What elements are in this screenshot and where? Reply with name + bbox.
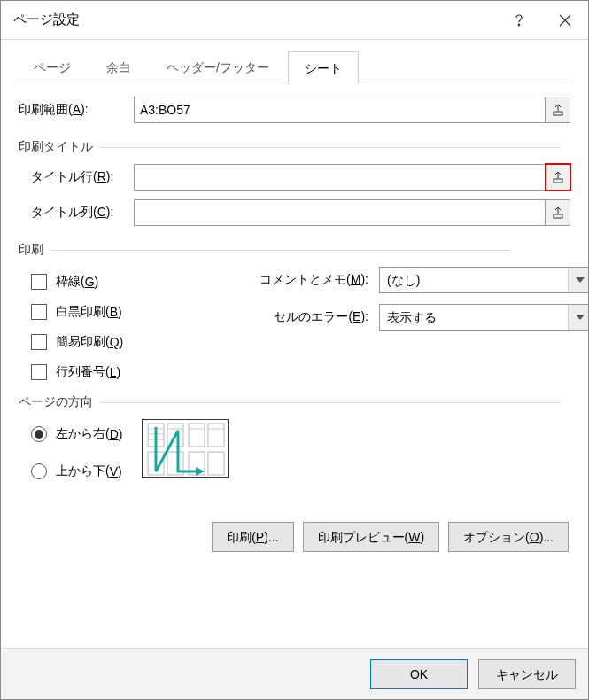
close-button[interactable] bbox=[542, 1, 588, 40]
page-order-preview-icon bbox=[142, 419, 229, 478]
svg-rect-7 bbox=[208, 424, 224, 447]
errors-select[interactable]: 表示する bbox=[379, 304, 589, 331]
svg-rect-3 bbox=[554, 214, 562, 218]
cancel-button[interactable]: キャンセル bbox=[478, 659, 576, 689]
options-button[interactable]: オプション(O)... bbox=[448, 522, 569, 552]
collapse-icon bbox=[553, 104, 563, 116]
title-rows-range-button[interactable] bbox=[546, 164, 570, 191]
panel-sheet: 印刷範囲(A): 印刷タイトル タイトル行(R): タイトル列(C): 印刷 枠 bbox=[17, 82, 572, 648]
actions: 印刷(P)... 印刷プレビュー(W) オプション(O)... bbox=[19, 522, 570, 552]
chevron-down-icon bbox=[568, 305, 589, 330]
tab-page[interactable]: ページ bbox=[17, 51, 88, 82]
print-area-row: 印刷範囲(A): bbox=[19, 97, 570, 123]
title-rows-input[interactable] bbox=[134, 164, 546, 191]
errors-label: セルのエラー(E): bbox=[242, 309, 379, 325]
title-rows-row: タイトル行(R): bbox=[19, 164, 570, 191]
close-icon bbox=[559, 14, 571, 27]
svg-rect-2 bbox=[554, 179, 562, 183]
ttb-radio[interactable]: 上から下(V) bbox=[31, 456, 122, 486]
title-cols-range-button[interactable] bbox=[546, 199, 570, 226]
tab-sheet[interactable]: シート bbox=[288, 51, 359, 83]
comments-label: コメントとメモ(M): bbox=[242, 272, 379, 288]
content: ページ 余白 ヘッダー/フッター シート 印刷範囲(A): 印刷タイトル タイト… bbox=[1, 40, 588, 648]
rowcol-check[interactable]: 行列番号(L) bbox=[31, 357, 570, 387]
checkbox-icon bbox=[31, 304, 47, 320]
preview-button[interactable]: 印刷プレビュー(W) bbox=[303, 522, 440, 552]
footer: OK キャンセル bbox=[1, 648, 588, 699]
tab-header-footer[interactable]: ヘッダー/フッター bbox=[150, 51, 286, 82]
svg-rect-1 bbox=[554, 112, 562, 115]
title-cols-row: タイトル列(C): bbox=[19, 199, 570, 226]
svg-rect-11 bbox=[208, 452, 224, 475]
errors-row: セルのエラー(E): 表示する bbox=[242, 304, 589, 331]
tabs: ページ 余白 ヘッダー/フッター シート bbox=[17, 51, 572, 82]
comments-select[interactable]: (なし) bbox=[379, 267, 589, 293]
radio-icon bbox=[31, 463, 47, 479]
title-rows-label: タイトル行(R): bbox=[19, 169, 134, 185]
ltr-radio[interactable]: 左から右(D) bbox=[31, 419, 122, 449]
ok-button[interactable]: OK bbox=[370, 659, 468, 689]
svg-point-0 bbox=[518, 24, 520, 26]
print-area-label: 印刷範囲(A): bbox=[19, 102, 134, 118]
print-area-input[interactable] bbox=[134, 97, 546, 123]
dialog-title: ページ設定 bbox=[13, 12, 496, 28]
checkbox-icon bbox=[31, 364, 47, 380]
print-titles-group: 印刷タイトル bbox=[19, 139, 93, 155]
help-icon bbox=[513, 14, 525, 27]
chevron-down-icon bbox=[568, 268, 589, 292]
tab-margins[interactable]: 余白 bbox=[89, 51, 148, 82]
radio-icon bbox=[31, 426, 47, 442]
title-cols-input[interactable] bbox=[134, 199, 546, 226]
checkbox-icon bbox=[31, 274, 47, 290]
print-group: 印刷 bbox=[19, 242, 43, 258]
collapse-icon bbox=[553, 171, 563, 183]
svg-rect-6 bbox=[189, 424, 205, 447]
help-button[interactable] bbox=[496, 1, 542, 40]
print-button[interactable]: 印刷(P)... bbox=[212, 522, 293, 552]
checkbox-icon bbox=[31, 334, 47, 350]
titlebar: ページ設定 bbox=[1, 1, 588, 40]
order-group: ページの方向 bbox=[19, 394, 93, 410]
title-cols-label: タイトル列(C): bbox=[19, 205, 134, 221]
comments-row: コメントとメモ(M): (なし) bbox=[242, 267, 589, 293]
collapse-icon bbox=[553, 206, 563, 219]
print-area-range-button[interactable] bbox=[546, 97, 570, 123]
order-row: 左から右(D) 上から下(V) bbox=[19, 419, 570, 486]
